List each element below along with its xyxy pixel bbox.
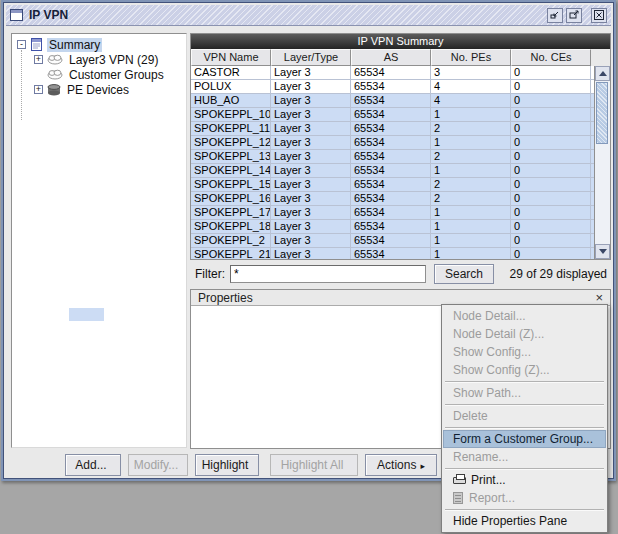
cell-no-ces: 0 (511, 248, 591, 259)
cell-no-pes: 1 (431, 220, 511, 234)
tree-item-pe-devices[interactable]: + PE Devices (12, 82, 186, 97)
tree-item-customer-groups[interactable]: Customer Groups (12, 67, 186, 82)
menu-item[interactable]: Hide Properties Pane (443, 512, 606, 530)
cell-layer-type: Layer 3 (271, 206, 351, 220)
window-titlebar: IP VPN (6, 5, 611, 26)
action-button[interactable]: Actions▸ (365, 454, 437, 476)
menu-item-label: Hide Properties Pane (453, 514, 567, 528)
collapse-expander-icon[interactable]: - (17, 40, 26, 49)
filter-label: Filter: (195, 267, 225, 281)
cell-no-ces: 0 (511, 94, 591, 108)
menu-item[interactable]: Show Config... (443, 343, 606, 361)
expand-expander-icon[interactable]: + (34, 55, 43, 64)
menu-separator (443, 425, 606, 430)
table-row[interactable]: HUB_AO Layer 3 65534 4 0 (191, 94, 594, 108)
scrollbar-thumb[interactable] (596, 82, 608, 144)
minimize-icon[interactable] (547, 8, 563, 23)
table-row[interactable]: SPOKEPPL_15 Layer 3 65534 2 0 (191, 178, 594, 192)
filter-input[interactable] (230, 265, 426, 283)
cell-no-pes: 2 (431, 192, 511, 206)
cell-no-pes: 4 (431, 80, 511, 94)
tree-item-summary[interactable]: - Summary (12, 37, 186, 52)
properties-title: Properties (198, 291, 253, 305)
table-row[interactable]: SPOKEPPL_14 Layer 3 65534 1 0 (191, 164, 594, 178)
cell-no-pes: 4 (431, 94, 511, 108)
action-button[interactable]: Add... (65, 454, 121, 476)
menu-item[interactable]: Form a Customer Group... (443, 430, 606, 448)
cell-no-pes: 2 (431, 150, 511, 164)
cell-no-pes: 1 (431, 206, 511, 220)
table-row[interactable]: SPOKEPPL_2 Layer 3 65534 1 0 (191, 234, 594, 248)
expand-expander-icon[interactable]: + (34, 85, 43, 94)
cell-layer-type: Layer 3 (271, 108, 351, 122)
table-row[interactable]: SPOKEPPL_16 Layer 3 65534 2 0 (191, 192, 594, 206)
tree-item-label: Summary (47, 38, 102, 52)
table-row[interactable]: POLUX Layer 3 65534 4 0 (191, 80, 594, 94)
column-header[interactable]: VPN Name (191, 49, 271, 66)
cell-vpn-name: SPOKEPPL_13 (191, 150, 271, 164)
table-row[interactable]: CASTOR Layer 3 65534 3 0 (191, 66, 594, 80)
cell-no-pes: 2 (431, 122, 511, 136)
cell-vpn-name: SPOKEPPL_15 (191, 178, 271, 192)
scroll-down-icon[interactable] (595, 244, 610, 259)
action-button[interactable]: Modify... (128, 454, 188, 476)
column-header[interactable]: No. CEs (511, 49, 591, 66)
column-header[interactable]: No. PEs (431, 49, 511, 66)
cell-as: 65534 (351, 150, 431, 164)
cell-no-ces: 0 (511, 206, 591, 220)
menu-item[interactable]: Show Path... (443, 384, 606, 402)
menu-item-label: Report... (469, 491, 515, 505)
cell-layer-type: Layer 3 (271, 178, 351, 192)
cell-no-pes: 1 (431, 136, 511, 150)
action-button[interactable]: Highlight All (270, 454, 358, 476)
cell-layer-type: Layer 3 (271, 80, 351, 94)
cell-no-ces: 0 (511, 192, 591, 206)
cell-layer-type: Layer 3 (271, 94, 351, 108)
vertical-scrollbar[interactable] (594, 66, 610, 259)
table-row[interactable]: SPOKEPPL_13 Layer 3 65534 2 0 (191, 150, 594, 164)
menu-separator (443, 466, 606, 471)
menu-separator (443, 402, 606, 407)
device-icon (47, 84, 61, 96)
table-column-headers: VPN Name Layer/Type AS No. PEs No. CEs (191, 49, 610, 66)
navigation-tree: - Summary + Layer3 VPN (29) (12, 34, 186, 97)
column-header[interactable]: Layer/Type (271, 49, 351, 66)
table-row[interactable]: SPOKEPPL_12 Layer 3 65534 1 0 (191, 136, 594, 150)
tree-item-layer3-vpn[interactable]: + Layer3 VPN (29) (12, 52, 186, 67)
column-header[interactable]: AS (351, 49, 431, 66)
summary-document-icon (30, 38, 43, 51)
table-row[interactable]: SPOKEPPL_17 Layer 3 65534 1 0 (191, 206, 594, 220)
menu-item[interactable]: Node Detail... (443, 307, 606, 325)
menu-item-label: Show Path... (453, 386, 521, 400)
table-row[interactable]: SPOKEPPL_18 Layer 3 65534 1 0 (191, 220, 594, 234)
cell-as: 65534 (351, 178, 431, 192)
cell-vpn-name: SPOKEPPL_17 (191, 206, 271, 220)
menu-item[interactable]: Report... (443, 489, 606, 507)
partial-row-wrap: SPOKEPPL_21 Layer 3 65534 1 0 (191, 248, 594, 259)
menu-item[interactable]: Show Config (Z)... (443, 361, 606, 379)
cell-as: 65534 (351, 164, 431, 178)
cell-vpn-name: SPOKEPPL_16 (191, 192, 271, 206)
menu-item[interactable]: Delete (443, 407, 606, 425)
menu-item[interactable]: Node Detail (Z)... (443, 325, 606, 343)
cell-as: 65534 (351, 136, 431, 150)
table-row[interactable]: SPOKEPPL_10 Layer 3 65534 1 0 (191, 108, 594, 122)
table-row[interactable]: SPOKEPPL_11 Layer 3 65534 2 0 (191, 122, 594, 136)
search-button[interactable]: Search (434, 264, 494, 284)
properties-close-icon[interactable]: × (595, 291, 603, 304)
action-button[interactable]: Highlight (195, 454, 259, 476)
menu-item[interactable]: Print... (443, 471, 606, 489)
menu-item-label: Delete (453, 409, 488, 423)
maximize-icon[interactable] (566, 8, 582, 23)
cloud-icon (47, 69, 63, 80)
cell-vpn-name: POLUX (191, 80, 271, 94)
cell-no-ces: 0 (511, 150, 591, 164)
filter-status-text: 29 of 29 displayed (510, 267, 607, 281)
scroll-up-icon[interactable] (595, 66, 610, 81)
filter-bar: Filter: Search 29 of 29 displayed (190, 261, 611, 287)
navigation-tree-panel: - Summary + Layer3 VPN (29) (11, 33, 187, 448)
menu-item[interactable]: Rename... (443, 448, 606, 466)
cell-vpn-name: HUB_AO (191, 94, 271, 108)
table-row[interactable]: SPOKEPPL_21 Layer 3 65534 1 0 (191, 248, 594, 259)
close-icon[interactable] (591, 8, 607, 23)
